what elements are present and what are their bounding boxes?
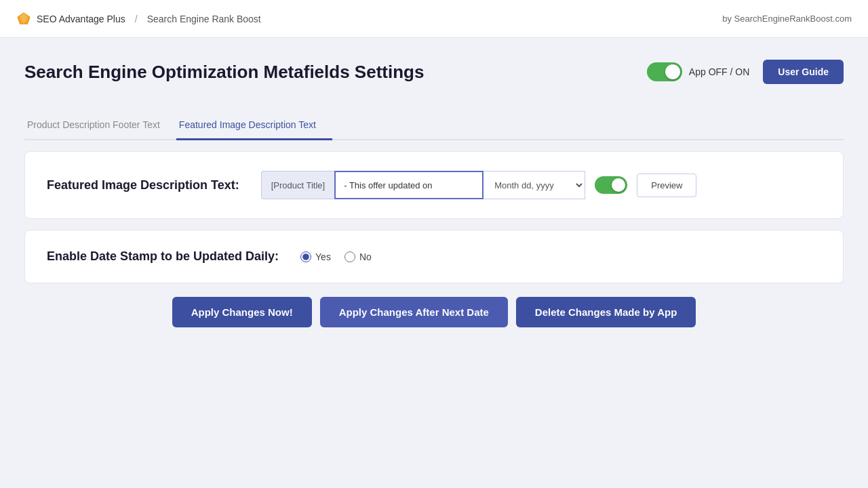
sub-app-name: Search Engine Rank Boost bbox=[147, 14, 261, 24]
main-content: Search Engine Optimization Metafields Se… bbox=[0, 38, 868, 349]
date-stamp-card: Enable Date Stamp to be Updated Daily: Y… bbox=[24, 230, 844, 283]
date-format-select[interactable]: Month dd, yyyy dd Month yyyy yyyy-MM-dd bbox=[484, 171, 585, 199]
radio-yes-label: Yes bbox=[315, 251, 331, 262]
actions-row: Apply Changes Now! Apply Changes After N… bbox=[24, 297, 844, 327]
radio-group: Yes No bbox=[300, 251, 372, 262]
radio-yes[interactable]: Yes bbox=[300, 251, 331, 262]
diamond-icon bbox=[16, 12, 31, 26]
tabs-container: Product Description Footer Text Featured… bbox=[24, 111, 844, 140]
tab-featured-image[interactable]: Featured Image Description Text bbox=[176, 111, 332, 140]
nav-logo: SEO Advantage Plus / Search Engine Rank … bbox=[16, 12, 261, 26]
featured-toggle[interactable] bbox=[595, 176, 627, 194]
app-name: SEO Advantage Plus bbox=[37, 14, 125, 24]
user-guide-button[interactable]: User Guide bbox=[763, 60, 844, 84]
featured-image-input[interactable] bbox=[334, 171, 484, 199]
toggle-label: App OFF / ON bbox=[689, 66, 749, 77]
featured-image-label: Featured Image Description Text: bbox=[47, 178, 239, 192]
app-toggle-group: App OFF / ON bbox=[647, 62, 749, 81]
date-stamp-label: Enable Date Stamp to be Updated Daily: bbox=[47, 249, 279, 264]
featured-image-field-row: Featured Image Description Text: [Produc… bbox=[47, 171, 821, 199]
by-line: by SearchEngineRankBoost.com bbox=[722, 14, 852, 24]
delete-changes-button[interactable]: Delete Changes Made by App bbox=[516, 297, 696, 327]
radio-yes-input[interactable] bbox=[300, 251, 311, 262]
apply-now-button[interactable]: Apply Changes Now! bbox=[172, 297, 312, 327]
featured-toggle-slider bbox=[595, 176, 627, 194]
radio-no[interactable]: No bbox=[344, 251, 372, 262]
featured-image-card: Featured Image Description Text: [Produc… bbox=[24, 151, 844, 219]
tabs-wrapper: Product Description Footer Text Featured… bbox=[24, 106, 844, 140]
radio-no-input[interactable] bbox=[344, 251, 355, 262]
nav-separator: / bbox=[135, 14, 138, 24]
field-prefix: [Product Title] bbox=[261, 171, 334, 199]
toggle-slider bbox=[647, 62, 682, 81]
date-stamp-field-row: Enable Date Stamp to be Updated Daily: Y… bbox=[47, 249, 821, 264]
header-row: Search Engine Optimization Metafields Se… bbox=[24, 60, 844, 84]
app-toggle[interactable] bbox=[647, 62, 682, 81]
preview-button[interactable]: Preview bbox=[637, 174, 696, 197]
top-nav: SEO Advantage Plus / Search Engine Rank … bbox=[0, 0, 868, 38]
radio-no-label: No bbox=[359, 251, 372, 262]
apply-after-button[interactable]: Apply Changes After Next Date bbox=[320, 297, 508, 327]
tab-product-desc[interactable]: Product Description Footer Text bbox=[24, 111, 176, 140]
page-title: Search Engine Optimization Metafields Se… bbox=[24, 62, 647, 83]
